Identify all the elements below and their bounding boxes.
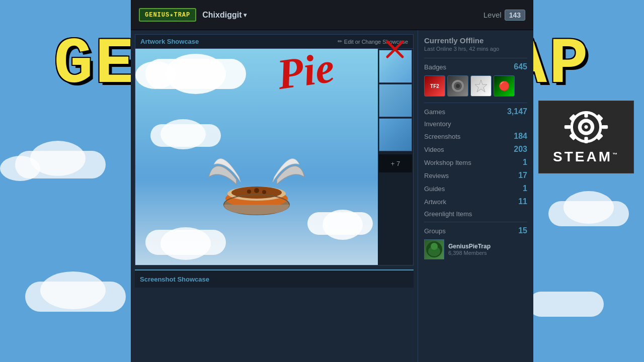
- badges-row-header: Badges 645: [424, 62, 527, 71]
- bg-cloud-4: [528, 292, 604, 317]
- badge-4[interactable]: 🔴: [494, 75, 515, 97]
- thumbnail-strip: + 7: [378, 49, 413, 265]
- divider-2: [424, 103, 527, 103]
- badges-label: Badges: [424, 63, 446, 71]
- videos-count: 203: [514, 145, 527, 154]
- right-sidebar: Currently Offline Last Online 3 hrs, 42 …: [418, 30, 533, 362]
- badges-section: Badges 645 TF2 🔴: [424, 62, 527, 97]
- groups-stat-row[interactable]: Groups 15: [424, 226, 527, 235]
- showcase-area: Artwork Showcase ✏ Edit or Change Showca…: [131, 30, 418, 362]
- svg-point-10: [456, 84, 460, 88]
- groups-count: 15: [518, 226, 527, 235]
- more-thumbnails-badge[interactable]: + 7: [379, 154, 412, 172]
- last-online-text: Last Online 3 hrs, 42 mins ago: [424, 46, 527, 52]
- group-avatar: [424, 239, 444, 259]
- artwork-container: Flying Pie 👍 15 💬 3: [135, 49, 413, 265]
- artwork-stat-row[interactable]: Artwork 11: [424, 197, 527, 206]
- groups-section: Groups 15 GeniusPieTrap 6,398 Members: [424, 226, 527, 259]
- art-cloud-2b: [160, 119, 206, 149]
- svg-rect-21: [584, 111, 588, 118]
- svg-point-30: [584, 125, 588, 128]
- reviews-stat-row[interactable]: Reviews 17: [424, 171, 527, 180]
- main-artwork[interactable]: Flying Pie 👍 15 💬 3: [135, 49, 378, 265]
- screenshots-stat-row[interactable]: Screenshots 184: [424, 132, 527, 141]
- games-stat-row[interactable]: Games 3,147: [424, 107, 527, 116]
- bg-cloud-2b: [40, 272, 106, 309]
- videos-label: Videos: [424, 146, 444, 153]
- svg-rect-24: [602, 125, 608, 128]
- thumbnail-2[interactable]: [379, 84, 412, 117]
- status-section: Currently Offline Last Online 3 hrs, 42 …: [424, 36, 527, 52]
- flying-pie-svg: [206, 139, 307, 225]
- screenshot-showcase: Screenshot Showcase: [135, 269, 414, 288]
- artwork-count: 11: [518, 197, 527, 206]
- showcase-header: Artwork Showcase ✏ Edit or Change Showca…: [135, 35, 413, 49]
- art-cloud-4b: [160, 227, 211, 260]
- level-label: Level: [484, 11, 502, 19]
- artwork-showcase: Artwork Showcase ✏ Edit or Change Showca…: [135, 34, 414, 265]
- badge-1[interactable]: TF2: [424, 75, 445, 97]
- divider-3: [424, 222, 527, 222]
- edit-showcase-button[interactable]: ✏ Edit or Change Showcase: [338, 38, 408, 45]
- guides-label: Guides: [424, 185, 445, 193]
- bg-cloud-3b: [564, 191, 614, 224]
- greenlight-label: Greenlight Items: [424, 210, 472, 218]
- screenshots-label: Screenshots: [424, 133, 460, 140]
- svg-marker-11: [475, 80, 487, 92]
- artwork-label: Artwork: [424, 198, 446, 206]
- guides-stat-row[interactable]: Guides 1: [424, 184, 527, 193]
- screenshots-count: 184: [514, 132, 527, 141]
- edit-label: Edit or Change Showcase: [344, 39, 408, 45]
- groups-label: Groups: [424, 227, 446, 235]
- badge-3[interactable]: [470, 75, 492, 97]
- group-item-1[interactable]: GeniusPieTrap 6,398 Members: [424, 239, 527, 259]
- steam-logo-panel: STEAM™: [538, 101, 634, 173]
- svg-point-6: [262, 190, 266, 194]
- badges-count: 645: [514, 62, 527, 71]
- screenshot-showcase-title: Screenshot Showcase: [140, 276, 209, 283]
- art-cloud-1c: [135, 61, 176, 89]
- guides-count: 1: [523, 184, 527, 193]
- steam-panel: GENIUS★TRAP Chixdiggit Level 143 Artwork…: [131, 0, 533, 362]
- genius-trap-badge[interactable]: GENIUS★TRAP: [139, 8, 196, 22]
- reviews-count: 17: [518, 171, 527, 180]
- games-count: 3,147: [507, 107, 527, 116]
- svg-rect-22: [584, 137, 588, 143]
- group-name: GeniusPieTrap: [448, 243, 527, 250]
- username-dropdown[interactable]: Chixdiggit: [202, 11, 247, 20]
- content-area: Artwork Showcase ✏ Edit or Change Showca…: [131, 30, 533, 362]
- thumbnail-1[interactable]: [379, 50, 412, 83]
- group-members: 6,398 Members: [448, 250, 527, 256]
- group-info: GeniusPieTrap 6,398 Members: [448, 243, 527, 256]
- art-cloud-3b: [323, 210, 363, 240]
- thumbnail-3[interactable]: [379, 118, 412, 151]
- svg-point-5: [254, 188, 259, 193]
- pencil-icon: ✏: [338, 38, 342, 45]
- svg-rect-23: [565, 125, 571, 128]
- badge-2[interactable]: [447, 75, 468, 97]
- svg-point-4: [247, 190, 251, 194]
- divider-1: [424, 58, 527, 58]
- badges-icons-row: TF2 🔴: [424, 75, 527, 97]
- greenlight-stat-row[interactable]: Greenlight Items: [424, 210, 527, 218]
- online-status: Currently Offline: [424, 36, 527, 45]
- steam-logo-text: STEAM™: [553, 149, 619, 165]
- reviews-label: Reviews: [424, 172, 449, 179]
- workshop-label: Workshop Items: [424, 159, 471, 166]
- top-bar: GENIUS★TRAP Chixdiggit Level 143: [131, 0, 533, 30]
- level-display: Level 143: [484, 10, 525, 21]
- showcase-title: Artwork Showcase: [140, 38, 199, 45]
- steam-wheel-svg: [564, 110, 609, 145]
- workshop-count: 1: [523, 158, 527, 167]
- bg-cloud-1c: [0, 156, 40, 181]
- inventory-label: Inventory: [424, 120, 451, 128]
- level-number: 143: [505, 10, 525, 21]
- games-label: Games: [424, 108, 445, 116]
- inventory-stat-row[interactable]: Inventory: [424, 120, 527, 128]
- videos-stat-row[interactable]: Videos 203: [424, 145, 527, 154]
- svg-point-14: [431, 243, 438, 250]
- workshop-stat-row[interactable]: Workshop Items 1: [424, 158, 527, 167]
- artwork-image: [135, 49, 378, 265]
